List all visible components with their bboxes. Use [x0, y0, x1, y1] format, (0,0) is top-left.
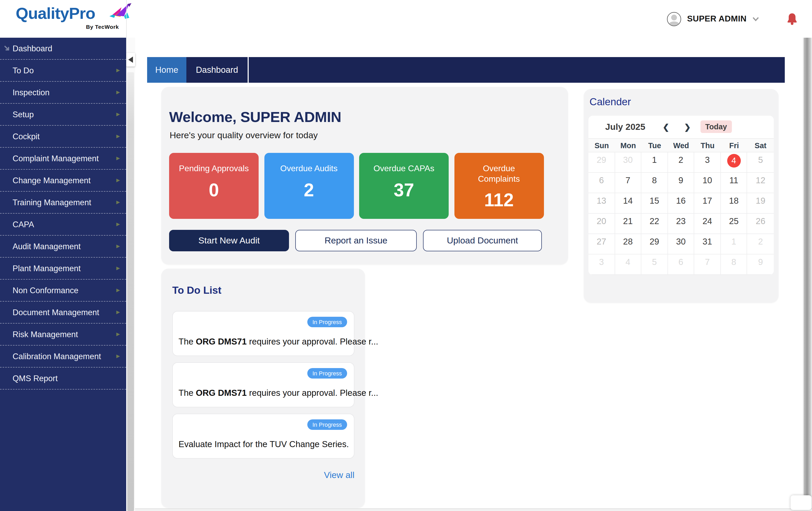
calendar-day[interactable]: 17 — [694, 193, 721, 214]
kpi-overdue-capas[interactable]: Overdue CAPAs 37 — [359, 153, 449, 219]
sidebar-item-non-conformance[interactable]: Non Conformance ▶ — [0, 280, 126, 302]
calendar-day[interactable]: 4 — [615, 254, 641, 275]
collapse-left-icon — [128, 57, 133, 63]
calendar-day[interactable]: 9 — [668, 173, 694, 193]
calendar-day[interactable]: 5 — [641, 254, 668, 275]
calendar-day[interactable]: 20 — [588, 214, 615, 234]
dashboard-icon — [4, 45, 10, 52]
horizontal-scrollbar-track[interactable] — [135, 508, 812, 511]
sidebar-item-risk-management[interactable]: Risk Management ▶ — [0, 323, 126, 345]
calendar-day[interactable]: 13 — [588, 193, 615, 214]
calendar-day[interactable]: 10 — [694, 173, 721, 193]
sidebar-item-label: Calibration Management — [12, 351, 101, 361]
calendar-day[interactable]: 8 — [641, 173, 668, 193]
calendar-day[interactable]: 29 — [588, 152, 615, 173]
sidebar-item-qms-report[interactable]: QMS Report — [0, 368, 126, 390]
submenu-arrow-icon: ▶ — [116, 156, 120, 161]
todo-item[interactable]: In Progress Evaluate Impact for the TUV … — [172, 414, 354, 459]
page-scrollbar-thumb[interactable] — [804, 38, 811, 511]
calendar-day[interactable]: 15 — [641, 193, 668, 214]
sidebar-item-change-management[interactable]: Change Management ▶ — [0, 170, 126, 192]
calendar-day[interactable]: 19 — [747, 193, 774, 214]
calendar-day[interactable]: 25 — [721, 214, 747, 234]
calendar-day[interactable]: 3 — [588, 254, 615, 275]
calendar-day[interactable]: 23 — [668, 214, 694, 234]
calendar-today-button[interactable]: Today — [700, 120, 732, 133]
calendar-day[interactable]: 2 — [747, 234, 774, 254]
calendar-day[interactable]: 16 — [668, 193, 694, 214]
status-badge: In Progress — [307, 317, 347, 327]
calendar-prev-button[interactable]: ❮ — [659, 121, 673, 134]
sidebar-item-setup[interactable]: Setup ▶ — [0, 104, 126, 126]
brand-name: QualityPro — [16, 4, 123, 23]
calendar-day[interactable]: 3 — [694, 152, 721, 173]
calendar-day[interactable]: 27 — [588, 234, 615, 254]
sidebar-item-cockpit[interactable]: Cockpit ▶ — [0, 126, 126, 148]
page-scrollbar-track[interactable] — [803, 38, 812, 511]
start-new-audit-button[interactable]: Start New Audit — [169, 230, 289, 251]
calendar-day[interactable]: 30 — [668, 234, 694, 254]
kpi-overdue-complaints[interactable]: Overdue Complaints 112 — [454, 153, 544, 219]
report-an-issue-button[interactable]: Report an Issue — [295, 230, 417, 251]
calendar-day[interactable]: 1 — [721, 234, 747, 254]
sidebar-item-inspection[interactable]: Inspection ▶ — [0, 82, 126, 104]
todo-item[interactable]: In Progress The ORG DMS71 requires your … — [172, 362, 354, 407]
calendar-day-today[interactable]: 4 — [721, 152, 747, 173]
calendar-day[interactable]: 30 — [615, 152, 641, 173]
calendar-day[interactable]: 31 — [694, 234, 721, 254]
scrollbar-corner-thumb[interactable] — [790, 495, 811, 510]
sidebar-item-document-management[interactable]: Document Management ▶ — [0, 302, 126, 323]
tab-home[interactable]: Home — [147, 57, 186, 83]
todo-title: To Do List — [172, 284, 354, 296]
calendar-day[interactable]: 6 — [668, 254, 694, 275]
notification-bell-icon[interactable] — [787, 12, 798, 25]
calendar-day[interactable]: 8 — [721, 254, 747, 275]
calendar-day[interactable]: 22 — [641, 214, 668, 234]
calendar-day[interactable]: 7 — [615, 173, 641, 193]
sidebar-item-capa[interactable]: CAPA ▶ — [0, 214, 126, 236]
calendar-day[interactable]: 26 — [747, 214, 774, 234]
brand-logo[interactable]: QualityPro By TecWork — [16, 4, 123, 34]
calendar-day[interactable]: 28 — [615, 234, 641, 254]
sidebar-item-to-do[interactable]: To Do ▶ — [0, 60, 126, 82]
sidebar-item-dashboard[interactable]: Dashboard — [0, 38, 126, 60]
kpi-pending-approvals[interactable]: Pending Approvals 0 — [169, 153, 259, 219]
status-badge: In Progress — [307, 368, 347, 378]
calendar-day[interactable]: 24 — [694, 214, 721, 234]
sidebar-item-label: Cockpit — [12, 132, 39, 141]
sidebar-item-plant-management[interactable]: Plant Management ▶ — [0, 258, 126, 280]
calendar-day[interactable]: 2 — [668, 152, 694, 173]
calendar-day[interactable]: 14 — [615, 193, 641, 214]
calendar-day[interactable]: 6 — [588, 173, 615, 193]
upload-document-button[interactable]: Upload Document — [423, 230, 542, 251]
sidebar-scrollbar-thumb[interactable] — [127, 72, 134, 511]
calendar-title: Calender — [589, 96, 774, 108]
calendar-next-button[interactable]: ❯ — [680, 121, 694, 134]
sidebar-collapse-button[interactable] — [126, 53, 135, 66]
calendar-day[interactable]: 21 — [615, 214, 641, 234]
sidebar-item-training-management[interactable]: Training Management ▶ — [0, 192, 126, 214]
sidebar-scrollbar-track[interactable] — [126, 38, 135, 511]
welcome-subtitle: Here's your quality overview for today — [170, 131, 557, 141]
calendar-day[interactable]: 12 — [747, 173, 774, 193]
calendar-day[interactable]: 9 — [747, 254, 774, 275]
calendar-day[interactable]: 1 — [641, 152, 668, 173]
user-menu[interactable]: SUPER ADMIN — [667, 0, 759, 38]
calendar-day[interactable]: 5 — [747, 152, 774, 173]
day-header: Mon — [615, 139, 641, 152]
kpi-value: 112 — [484, 190, 514, 210]
view-all-link[interactable]: View all — [172, 470, 354, 481]
sidebar-item-audit-management[interactable]: Audit Management ▶ — [0, 236, 126, 258]
calendar-day[interactable]: 7 — [694, 254, 721, 275]
calendar-day[interactable]: 29 — [641, 234, 668, 254]
kpi-overdue-audits[interactable]: Overdue Audits 2 — [264, 153, 354, 219]
todo-text: The ORG DMS71 requires your approval. Pl… — [178, 337, 378, 347]
calendar-day[interactable]: 11 — [721, 173, 747, 193]
sidebar-item-label: Change Management — [12, 176, 91, 185]
tab-dashboard[interactable]: Dashboard — [186, 57, 249, 83]
sidebar-item-label: Training Management — [12, 198, 91, 207]
calendar-day[interactable]: 18 — [721, 193, 747, 214]
sidebar-item-complaint-management[interactable]: Complaint Management ▶ — [0, 148, 126, 170]
sidebar-item-calibration-management[interactable]: Calibration Management ▶ — [0, 345, 126, 368]
todo-item[interactable]: In Progress The ORG DMS71 requires your … — [172, 311, 354, 356]
